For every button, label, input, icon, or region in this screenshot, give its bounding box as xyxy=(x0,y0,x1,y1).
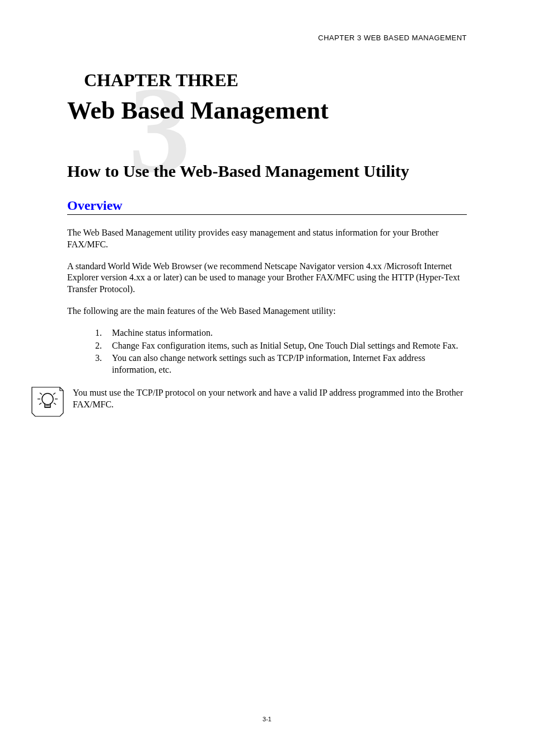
document-page: CHAPTER 3 WEB BASED MANAGEMENT CHAPTER T… xyxy=(0,0,534,756)
chapter-title: Web Based Management xyxy=(67,96,467,125)
note-block: You must use the TCP/IP protocol on your… xyxy=(31,386,467,417)
list-text: You can also change network settings suc… xyxy=(112,353,467,376)
page-number: 3-1 xyxy=(0,716,534,722)
svg-line-7 xyxy=(39,403,41,405)
chapter-title-container: 3 Web Based Management How to Use the We… xyxy=(67,96,467,181)
svg-line-5 xyxy=(40,393,42,395)
list-text: Change Fax configuration items, such as … xyxy=(112,340,467,352)
list-text: Machine status information. xyxy=(112,327,467,339)
note-text: You must use the TCP/IP protocol on your… xyxy=(73,386,467,411)
list-item: 3. You can also change network settings … xyxy=(95,353,467,376)
svg-line-8 xyxy=(54,403,56,405)
list-number: 2. xyxy=(95,340,112,352)
lightbulb-note-icon xyxy=(31,386,64,417)
subsection-title: Overview xyxy=(67,198,467,215)
list-number: 3. xyxy=(95,353,112,376)
body-paragraph: The following are the main features of t… xyxy=(67,306,467,317)
body-paragraph: A standard World Wide Web Browser (we re… xyxy=(67,261,467,295)
numbered-list: 1. Machine status information. 2. Change… xyxy=(95,327,467,376)
body-paragraph: The Web Based Management utility provide… xyxy=(67,227,467,251)
list-item: 2. Change Fax configuration items, such … xyxy=(95,340,467,352)
svg-line-6 xyxy=(53,393,55,395)
section-title: How to Use the Web-Based Management Util… xyxy=(67,161,467,181)
list-item: 1. Machine status information. xyxy=(95,327,467,339)
running-header: CHAPTER 3 WEB BASED MANAGEMENT xyxy=(67,34,467,42)
list-number: 1. xyxy=(95,327,112,339)
svg-point-0 xyxy=(42,393,53,405)
